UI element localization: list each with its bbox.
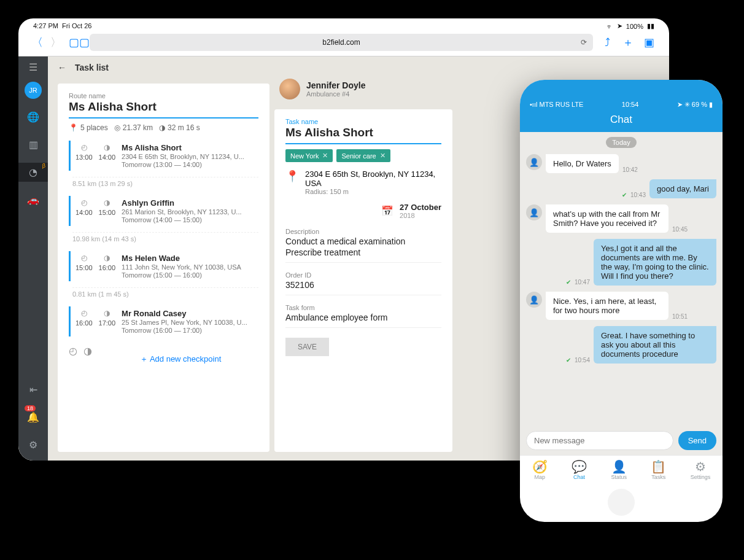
checkpoint-time-icons: ◴ ◑ ＋ Add new checkpoint bbox=[69, 345, 258, 365]
clock-icon: ◴ bbox=[76, 198, 93, 207]
duration-stat: ◑ 32 m 16 s bbox=[159, 123, 200, 132]
panel-header: ← Task list bbox=[48, 56, 669, 79]
checkpoint-name: Ashlyn Griffin bbox=[122, 198, 258, 208]
half-clock-icon: ◑ bbox=[99, 309, 116, 317]
tablet-status-bar: 4:27 PM Fri Oct 26 ᯤ ➤ 100% ▮▮ bbox=[18, 18, 669, 31]
back-arrow-icon[interactable]: ← bbox=[58, 63, 66, 72]
task-radius: Radius: 150 m bbox=[305, 188, 441, 195]
from-time: 15:00 bbox=[76, 264, 93, 271]
tag-chip[interactable]: New York✕ bbox=[285, 149, 333, 162]
battery-percent: 100% bbox=[626, 23, 643, 30]
to-time: 14:00 bbox=[99, 154, 116, 161]
avatar-icon: 👤 bbox=[526, 204, 542, 220]
tabs-icon[interactable]: ▣ bbox=[642, 36, 656, 49]
bell-icon[interactable]: 🔔18 bbox=[27, 408, 39, 427]
gear-icon[interactable]: ⚙ bbox=[27, 435, 39, 454]
save-button[interactable]: SAVE bbox=[285, 338, 329, 356]
checkpoint-item[interactable]: ◴16:00 ◑17:00 Mr Ronald Casey 25 St Jame… bbox=[69, 306, 258, 336]
phone-status-bar: •ııl MTS RUS LTE 10:54 ➤ ✳ 69 % ▮ bbox=[520, 80, 723, 111]
tag-label: Senior care bbox=[341, 152, 376, 160]
tab-chat[interactable]: 💬Chat bbox=[572, 459, 587, 480]
half-clock-icon: ◑ bbox=[99, 198, 116, 207]
checkpoint-item[interactable]: ◴13:00 ◑14:00 Ms Alisha Short 2304 E 65t… bbox=[69, 141, 258, 171]
route-name[interactable]: Ms Alisha Short bbox=[69, 99, 258, 119]
half-clock-icon: ◑ bbox=[99, 254, 116, 262]
reload-icon[interactable]: ⟳ bbox=[581, 38, 587, 47]
checkpoint-name: Ms Helen Wade bbox=[122, 254, 258, 263]
task-form-value: Ambulance employee form bbox=[285, 313, 441, 322]
message-row: 👤 Hello, Dr Waters 10:42 bbox=[526, 154, 716, 173]
message-row: ✔ 10:47 Yes,I got it and all the documen… bbox=[526, 239, 716, 286]
tab-label: Chat bbox=[573, 474, 585, 480]
avatar-icon: 👤 bbox=[526, 292, 542, 308]
tab-status[interactable]: 👤Status bbox=[611, 459, 627, 480]
send-button[interactable]: Send bbox=[678, 431, 716, 450]
checkpoint-name: Ms Alisha Short bbox=[122, 143, 258, 152]
message-row: 👤 what's up with the call from Mr Smith?… bbox=[526, 204, 716, 233]
message-composer: Send bbox=[520, 426, 723, 455]
clock-icon: ◴ bbox=[69, 345, 77, 365]
checkpoint-when: Tomorrow (16:00 — 17:00) bbox=[122, 327, 258, 334]
phone-tabbar: 🧭Map💬Chat👤Status📋Tasks⚙Settings bbox=[520, 455, 723, 485]
clock-pin-icon[interactable]: ◔β bbox=[18, 163, 48, 182]
bookmarks-icon[interactable]: ▢▢ bbox=[69, 36, 82, 49]
message-row: ✔ 10:54 Great. I have something to ask y… bbox=[526, 326, 716, 364]
task-name-input[interactable]: Ms Alisha Short bbox=[285, 125, 441, 144]
half-clock-icon: ◑ bbox=[99, 143, 116, 152]
globe-icon[interactable]: 🌐 bbox=[18, 107, 48, 126]
avatar-icon: 👤 bbox=[526, 154, 542, 170]
status-icon: 👤 bbox=[611, 459, 627, 474]
task-year: 2018 bbox=[400, 212, 441, 219]
beta-badge: β bbox=[42, 163, 45, 169]
home-button[interactable] bbox=[608, 489, 635, 516]
description-line1: Conduct a medical examination bbox=[285, 236, 441, 246]
tab-tasks[interactable]: 📋Tasks bbox=[651, 459, 666, 480]
checkpoint-when: Tomorrow (13:00 — 14:00) bbox=[122, 161, 258, 168]
share-icon[interactable]: ⤴ bbox=[600, 36, 614, 49]
location-pin-icon: 📍 bbox=[285, 169, 299, 183]
tab-settings[interactable]: ⚙Settings bbox=[691, 459, 711, 480]
tab-label: Status bbox=[611, 474, 627, 480]
message-row: 👤 Nice. Yes, i am here, at least, for tw… bbox=[526, 292, 716, 320]
message-bubble: Hello, Dr Waters bbox=[546, 154, 619, 173]
message-bubble: Yes,I got it and all the documents are w… bbox=[594, 239, 716, 286]
car-icon[interactable]: 🚗 bbox=[18, 190, 48, 209]
message-bubble: good day, Mari bbox=[649, 179, 716, 198]
tasks-icon: 📋 bbox=[651, 459, 666, 474]
tab-map[interactable]: 🧭Map bbox=[532, 459, 548, 480]
forward-button[interactable]: 〉 bbox=[50, 35, 61, 50]
url-bar[interactable]: b2field.com ⟳ bbox=[90, 34, 593, 51]
menu-icon[interactable]: ☰ bbox=[29, 61, 37, 73]
message-row: ✔ 10:43 good day, Mari bbox=[526, 179, 716, 198]
order-id-label: Order ID bbox=[285, 271, 441, 279]
phone-frame: •ııl MTS RUS LTE 10:54 ➤ ✳ 69 % ▮ Chat T… bbox=[520, 80, 723, 522]
analytics-icon[interactable]: ▥ bbox=[18, 135, 48, 154]
back-button[interactable]: 〈 bbox=[32, 35, 43, 50]
wifi-icon: ᯤ bbox=[606, 23, 613, 30]
checkpoint-item[interactable]: ◴14:00 ◑15:00 Ashlyn Griffin 261 Marion … bbox=[69, 196, 258, 226]
tag-chip[interactable]: Senior care✕ bbox=[336, 149, 390, 162]
delivered-icon: ✔ bbox=[566, 357, 571, 364]
assignee-name: Jennifer Doyle bbox=[306, 80, 365, 90]
add-checkpoint-button[interactable]: ＋ Add new checkpoint bbox=[140, 354, 221, 365]
delivered-icon: ✔ bbox=[622, 192, 627, 198]
remove-tag-icon[interactable]: ✕ bbox=[322, 152, 328, 160]
checkpoint-item[interactable]: ◴15:00 ◑16:00 Ms Helen Wade 111 John St,… bbox=[69, 251, 258, 281]
from-time: 13:00 bbox=[76, 154, 93, 161]
delivered-icon: ✔ bbox=[566, 279, 571, 286]
message-time: 10:51 bbox=[672, 313, 688, 320]
user-avatar[interactable]: JR bbox=[25, 82, 42, 99]
chat-scroll[interactable]: Today 👤 Hello, Dr Waters 10:42✔ 10:43 go… bbox=[520, 132, 723, 426]
checkpoint-when: Tomorrow (14:00 — 15:00) bbox=[122, 216, 258, 224]
message-time: 10:47 bbox=[575, 279, 590, 286]
to-time: 16:00 bbox=[99, 264, 116, 271]
message-input[interactable] bbox=[526, 431, 673, 450]
remove-tag-icon[interactable]: ✕ bbox=[380, 152, 386, 160]
logout-icon[interactable]: ⇤ bbox=[27, 380, 39, 399]
new-tab-icon[interactable]: ＋ bbox=[621, 35, 635, 50]
chat-title: Chat bbox=[520, 111, 723, 132]
message-time: 10:43 bbox=[630, 192, 646, 198]
checkpoint-when: Tomorrow (15:00 — 16:00) bbox=[122, 271, 258, 279]
tab-label: Map bbox=[534, 474, 545, 480]
chat-icon: 💬 bbox=[572, 459, 587, 474]
